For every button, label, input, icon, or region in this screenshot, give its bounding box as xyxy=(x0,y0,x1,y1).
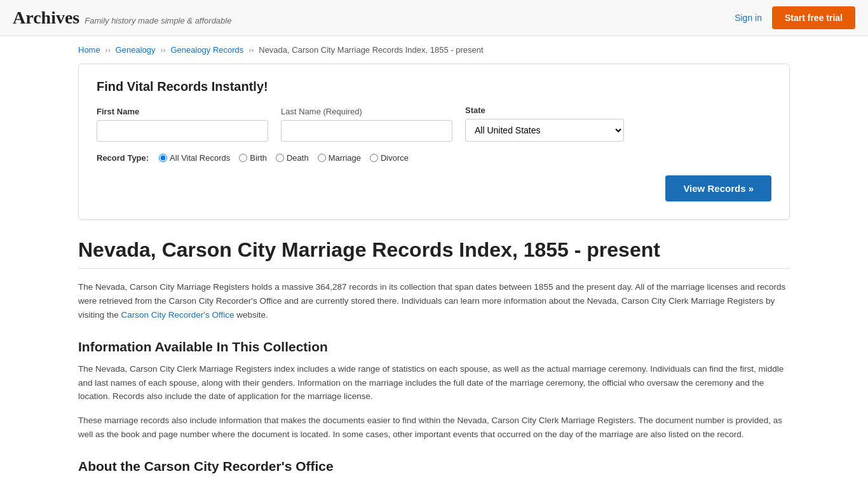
record-type-marriage-radio[interactable] xyxy=(318,154,326,162)
state-select[interactable]: All United States Alabama Alaska Arizona… xyxy=(465,119,624,142)
search-fields: First Name Last Name (Required) State Al… xyxy=(97,105,771,142)
search-btn-row: View Records » xyxy=(97,175,771,201)
record-type-birth-radio[interactable] xyxy=(239,154,247,162)
record-type-row: Record Type: All Vital Records Birth Dea… xyxy=(97,153,771,163)
breadcrumb-genealogy[interactable]: Genealogy xyxy=(116,45,156,55)
record-type-all[interactable]: All Vital Records xyxy=(159,153,230,163)
breadcrumb-genealogy-records[interactable]: Genealogy Records xyxy=(170,45,243,55)
record-type-death-radio[interactable] xyxy=(276,154,284,162)
section2-heading: About the Carson City Recorder's Office xyxy=(78,459,790,474)
breadcrumb-sep1: ›› xyxy=(105,45,111,55)
last-name-input[interactable] xyxy=(281,120,452,142)
header-actions: Sign in Start free trial xyxy=(735,6,855,29)
site-logo: Archives xyxy=(13,8,79,28)
section1-p2: These marriage records also include info… xyxy=(78,414,790,441)
header-logo-area: Archives Family history made simple & af… xyxy=(13,8,231,28)
first-name-label: First Name xyxy=(97,107,268,116)
first-name-group: First Name xyxy=(97,107,268,142)
record-type-marriage-label: Marriage xyxy=(329,153,361,163)
last-name-label: Last Name (Required) xyxy=(281,107,452,116)
breadcrumb-sep3: ›› xyxy=(248,45,254,55)
sign-in-link[interactable]: Sign in xyxy=(735,13,762,23)
site-header: Archives Family history made simple & af… xyxy=(0,0,868,36)
site-tagline: Family history made simple & affordable xyxy=(85,16,231,25)
record-type-all-label: All Vital Records xyxy=(170,153,230,163)
title-divider xyxy=(78,268,790,269)
breadcrumb-current: Nevada, Carson City Marriage Records Ind… xyxy=(259,45,483,55)
record-type-label: Record Type: xyxy=(97,153,149,163)
breadcrumb-home[interactable]: Home xyxy=(78,45,100,55)
page-title: Nevada, Carson City Marriage Records Ind… xyxy=(78,238,790,262)
record-type-death-label: Death xyxy=(287,153,309,163)
record-type-all-radio[interactable] xyxy=(159,154,167,162)
carson-city-link[interactable]: Carson City Recorder's Office xyxy=(121,310,234,320)
record-type-options: All Vital Records Birth Death Marriage D… xyxy=(159,153,409,163)
record-type-divorce[interactable]: Divorce xyxy=(370,153,409,163)
record-type-divorce-label: Divorce xyxy=(381,153,409,163)
state-group: State All United States Alabama Alaska A… xyxy=(465,105,624,142)
section1-heading: Information Available In This Collection xyxy=(78,339,790,355)
start-trial-button[interactable]: Start free trial xyxy=(772,6,855,29)
record-type-birth[interactable]: Birth xyxy=(239,153,267,163)
breadcrumb: Home ›› Genealogy ›› Genealogy Records ›… xyxy=(65,36,803,64)
main-content: Find Vital Records Instantly! First Name… xyxy=(65,64,803,488)
breadcrumb-sep2: ›› xyxy=(160,45,166,55)
record-type-marriage[interactable]: Marriage xyxy=(318,153,361,163)
record-type-birth-label: Birth xyxy=(250,153,267,163)
search-title: Find Vital Records Instantly! xyxy=(97,79,771,94)
state-label: State xyxy=(465,105,624,115)
last-name-group: Last Name (Required) xyxy=(281,107,452,142)
record-type-divorce-radio[interactable] xyxy=(370,154,378,162)
record-type-death[interactable]: Death xyxy=(276,153,309,163)
section1-p1: The Nevada, Carson City Clerk Marriage R… xyxy=(78,362,790,403)
intro-paragraph: The Nevada, Carson City Marriage Registe… xyxy=(78,280,790,322)
view-records-button[interactable]: View Records » xyxy=(665,175,771,201)
search-box: Find Vital Records Instantly! First Name… xyxy=(78,64,790,220)
first-name-input[interactable] xyxy=(97,120,268,142)
